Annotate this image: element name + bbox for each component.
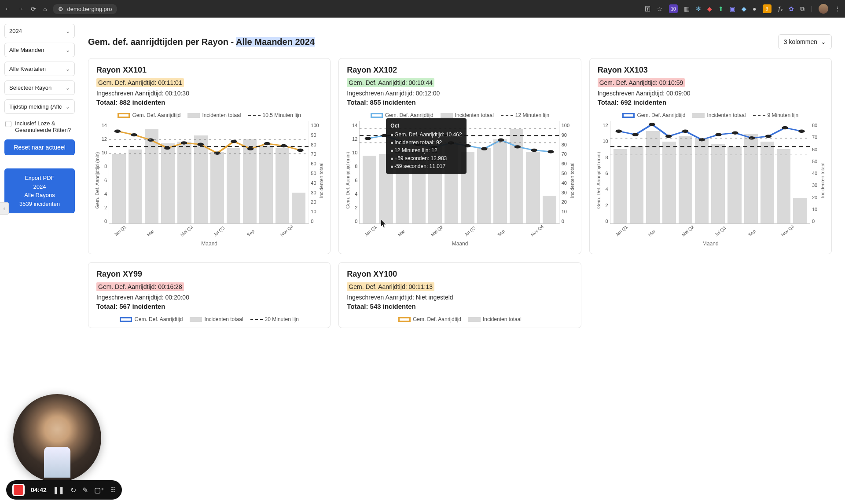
chevron-down-icon: ⌄ bbox=[66, 85, 70, 91]
quarter-select[interactable]: Alle Kwartalen⌄ bbox=[4, 62, 75, 76]
chart-tooltip: OctGem. Def. Aanrijdtijd: 10.462Incident… bbox=[386, 118, 466, 174]
camera-toggle-button[interactable]: ▢⁺ bbox=[94, 486, 104, 494]
gem-aanrijdtijd: Gem. Def. Aanrijdtijd: 00:10:44 bbox=[347, 78, 434, 87]
svg-point-32 bbox=[649, 123, 655, 126]
combo-chart[interactable]: Gem. Def. Aanrijdtijd (min) 121086420 Ja… bbox=[598, 121, 823, 240]
totaal-incidenten: Totaal: 855 incidenten bbox=[347, 99, 573, 106]
ext-icon[interactable]: ◆ bbox=[707, 5, 712, 12]
include-loze-checkbox[interactable]: Inclusief Loze & Geannuleerde Ritten? bbox=[4, 118, 75, 135]
svg-point-6 bbox=[214, 152, 220, 155]
chart-legend: Gem. Def. Aanrijdtijd Incidenten totaal … bbox=[96, 316, 322, 322]
y-axis-left-label: Gem. Def. Aanrijdtijd (min) bbox=[596, 152, 601, 209]
divider: | bbox=[811, 5, 812, 12]
export-pdf-button[interactable]: Export PDF 2024 Alle Rayons 3539 inciden… bbox=[4, 168, 75, 213]
url-text: demo.berging.pro bbox=[67, 6, 112, 12]
svg-point-24 bbox=[514, 145, 521, 148]
recorder-toolbar: 04:42 ❚❚ ↻ ✎ ▢⁺ ⠿ bbox=[6, 480, 122, 500]
extension-badge[interactable]: 3 bbox=[763, 4, 772, 13]
webcam-overlay[interactable] bbox=[13, 394, 101, 482]
card-title: Rayon XY99 bbox=[96, 270, 322, 279]
y-axis-right-label: Incidenten totaal bbox=[319, 163, 324, 198]
svg-point-22 bbox=[481, 147, 488, 150]
svg-point-35 bbox=[698, 138, 705, 141]
ext-icon[interactable]: ▦ bbox=[684, 5, 690, 12]
gem-aanrijdtijd: Gem. Def. Aanrijdtijd: 00:10:59 bbox=[598, 78, 685, 87]
chart-legend: Gem. Def. Aanrijdtijd Incidenten totaal … bbox=[598, 112, 823, 118]
y-axis-left-label: Gem. Def. Aanrijdtijd (min) bbox=[345, 152, 350, 209]
reload-icon[interactable]: ⟳ bbox=[31, 5, 36, 12]
svg-point-40 bbox=[782, 126, 788, 129]
y-axis-left-label: Gem. Def. Aanrijdtijd (min) bbox=[95, 152, 100, 209]
svg-point-2 bbox=[147, 139, 154, 142]
ingeschreven-aanrijdtijd: Ingeschreven Aanrijdtijd: Niet ingesteld bbox=[347, 294, 573, 301]
ext-icon[interactable]: ⬆ bbox=[718, 5, 724, 12]
reset-button[interactable]: Reset naar actueel bbox=[4, 139, 75, 155]
year-select[interactable]: 2024⌄ bbox=[4, 24, 75, 38]
rayon-select[interactable]: Selecteer Rayon⌄ bbox=[4, 80, 75, 95]
ext-icon[interactable]: ✿ bbox=[789, 5, 794, 12]
gem-aanrijdtijd: Gem. Def. Aanrijdtijd: 00:11:13 bbox=[347, 282, 434, 291]
sidebar-collapse-toggle[interactable]: ‹ bbox=[0, 202, 9, 215]
ext-icon[interactable]: ▣ bbox=[730, 5, 735, 12]
checkbox-icon bbox=[5, 121, 11, 127]
rayon-card: Rayon XY99 Gem. Def. Aanrijdtijd: 00:16:… bbox=[88, 262, 331, 328]
columns-select[interactable]: 3 kolommen ⌄ bbox=[778, 34, 832, 49]
ext-icon[interactable]: ✻ bbox=[696, 5, 701, 12]
rayon-card: Rayon XY100 Gem. Def. Aanrijdtijd: 00:11… bbox=[338, 262, 581, 328]
svg-point-9 bbox=[264, 142, 271, 145]
back-icon[interactable]: ← bbox=[4, 5, 11, 12]
card-title: Rayon XX103 bbox=[598, 66, 823, 75]
month-select[interactable]: Alle Maanden⌄ bbox=[4, 43, 75, 57]
ext-icon[interactable]: ◆ bbox=[742, 5, 746, 12]
page-title: Gem. def. aanrijdtijden per Rayon - Alle… bbox=[88, 37, 315, 47]
y-axis-right-label: Incidenten totaal bbox=[820, 163, 825, 198]
extensions-icon[interactable]: ⧉ bbox=[800, 5, 805, 13]
forward-icon[interactable]: → bbox=[18, 5, 24, 12]
x-ticks: Jan Q1MarMei Q2Jul Q3SepNov Q4 bbox=[360, 234, 559, 238]
svg-point-15 bbox=[365, 137, 371, 140]
extension-badge[interactable]: 10 bbox=[669, 4, 678, 13]
menu-icon[interactable]: ⋮ bbox=[834, 5, 841, 12]
stop-record-button[interactable] bbox=[12, 484, 25, 496]
ext-icon[interactable]: ƒᵣ bbox=[778, 5, 783, 12]
home-icon[interactable]: ⌂ bbox=[43, 5, 47, 12]
combo-chart[interactable]: Gem. Def. Aanrijdtijd (min) 14121086420 … bbox=[347, 121, 573, 240]
ingeschreven-aanrijdtijd: Ingeschreven Aanrijdtijd: 00:09:00 bbox=[598, 90, 823, 97]
svg-point-11 bbox=[297, 149, 304, 152]
totaal-incidenten: Totaal: 882 incidenten bbox=[96, 99, 322, 106]
password-icon[interactable]: ⚿ bbox=[645, 5, 651, 12]
svg-point-41 bbox=[798, 130, 805, 133]
main-content: Gem. def. aanrijdtijden per Rayon - Alle… bbox=[79, 18, 845, 504]
svg-point-23 bbox=[498, 139, 504, 142]
chevron-down-icon: ⌄ bbox=[66, 28, 70, 34]
chart-legend: Gem. Def. Aanrijdtijd Incidenten totaal bbox=[347, 316, 573, 322]
draw-button[interactable]: ✎ bbox=[82, 486, 88, 494]
more-button[interactable]: ⠿ bbox=[110, 486, 116, 494]
recorder-time: 04:42 bbox=[31, 486, 47, 493]
x-ticks: Jan Q1MarMei Q2Jul Q3SepNov Q4 bbox=[610, 234, 810, 238]
pause-button[interactable]: ❚❚ bbox=[53, 486, 64, 494]
y-axis-right-label: Incidenten totaal bbox=[569, 163, 575, 198]
tijdstip-select[interactable]: Tijdstip melding (Aflc⌄ bbox=[4, 99, 75, 114]
url-bar[interactable]: ⚙ demo.berging.pro bbox=[53, 4, 117, 14]
restart-button[interactable]: ↻ bbox=[70, 486, 76, 494]
chevron-down-icon: ⌄ bbox=[66, 104, 70, 110]
site-settings-icon[interactable]: ⚙ bbox=[58, 6, 63, 12]
gem-aanrijdtijd: Gem. Def. Aanrijdtijd: 00:11:01 bbox=[96, 78, 184, 87]
card-title: Rayon XY100 bbox=[347, 270, 573, 279]
bookmark-icon[interactable]: ☆ bbox=[657, 5, 663, 12]
chevron-down-icon: ⌄ bbox=[66, 66, 70, 72]
profile-avatar[interactable] bbox=[819, 4, 828, 14]
totaal-incidenten: Totaal: 543 incidenten bbox=[347, 303, 573, 310]
x-axis-label: Maand bbox=[598, 241, 823, 247]
chevron-down-icon: ⌄ bbox=[66, 47, 70, 53]
ingeschreven-aanrijdtijd: Ingeschreven Aanrijdtijd: 00:20:00 bbox=[96, 294, 322, 301]
svg-point-0 bbox=[114, 130, 121, 133]
chart-legend: Gem. Def. Aanrijdtijd Incidenten totaal … bbox=[96, 112, 322, 118]
rayon-card: Rayon XX103 Gem. Def. Aanrijdtijd: 00:10… bbox=[589, 58, 832, 254]
svg-point-30 bbox=[615, 130, 622, 133]
ext-icon[interactable]: ● bbox=[753, 5, 756, 12]
browser-chrome: ← → ⟳ ⌂ ⚙ demo.berging.pro ⚿ ☆ 10 ▦ ✻ ◆ … bbox=[0, 0, 845, 18]
combo-chart[interactable]: Gem. Def. Aanrijdtijd (min) 14121086420 … bbox=[96, 121, 322, 240]
x-ticks: Jan Q1MarMei Q2Jul Q3SepNov Q4 bbox=[109, 234, 309, 238]
